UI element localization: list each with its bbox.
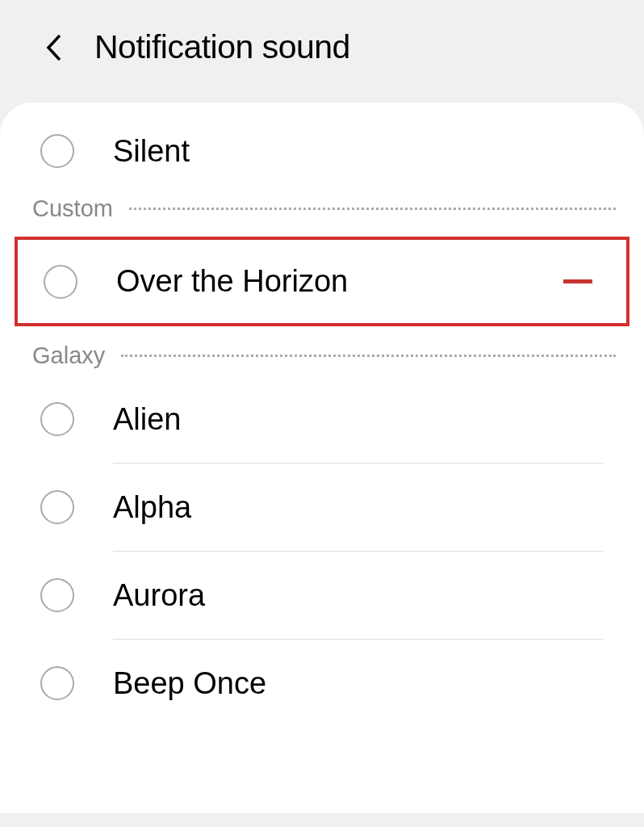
- content-card: Silent Custom Over the Horizon Galaxy Al…: [0, 103, 644, 813]
- section-label: Galaxy: [32, 342, 105, 369]
- chevron-left-icon: [44, 32, 64, 63]
- sound-option-aurora[interactable]: Aurora: [0, 552, 644, 639]
- sound-label: Silent: [113, 134, 604, 169]
- sound-label: Alien: [113, 402, 604, 437]
- sound-option-beep-once[interactable]: Beep Once: [0, 640, 644, 727]
- sound-option-over-the-horizon[interactable]: Over the Horizon: [18, 240, 626, 323]
- sound-option-alien[interactable]: Alien: [0, 376, 644, 463]
- back-button[interactable]: [44, 32, 64, 63]
- radio-unchecked-icon: [40, 402, 74, 436]
- galaxy-list: Alien Alpha Aurora Beep Once: [0, 376, 644, 727]
- header: Notification sound: [0, 0, 644, 103]
- dotted-divider: [121, 355, 616, 357]
- sound-option-alpha[interactable]: Alpha: [0, 464, 644, 551]
- sound-label: Beep Once: [113, 666, 604, 701]
- radio-unchecked-icon: [40, 134, 74, 168]
- radio-unchecked-icon: [40, 490, 74, 524]
- dotted-divider: [129, 208, 616, 210]
- section-label: Custom: [32, 195, 113, 222]
- remove-icon[interactable]: [563, 279, 592, 283]
- sound-option-silent[interactable]: Silent: [0, 115, 644, 187]
- sound-label: Alpha: [113, 490, 604, 525]
- section-header-galaxy: Galaxy: [0, 334, 644, 376]
- highlighted-item: Over the Horizon: [15, 237, 629, 326]
- sound-label: Aurora: [113, 578, 604, 613]
- page-title: Notification sound: [94, 28, 350, 66]
- radio-unchecked-icon: [44, 265, 77, 299]
- section-header-custom: Custom: [0, 187, 644, 229]
- radio-unchecked-icon: [40, 578, 74, 612]
- sound-label: Over the Horizon: [116, 264, 563, 299]
- radio-unchecked-icon: [40, 666, 74, 700]
